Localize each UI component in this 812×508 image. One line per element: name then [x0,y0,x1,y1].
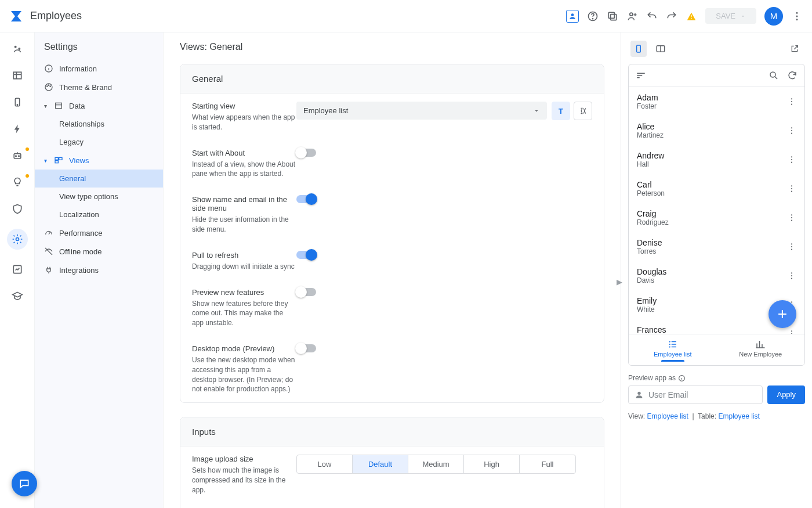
chat-fab[interactable] [12,471,37,496]
svg-point-6 [796,12,798,13]
sidebar-item-localization[interactable]: Localization [35,206,163,224]
employee-row[interactable]: AliceMartinez [629,116,804,145]
employee-row[interactable]: DeniseTorres [629,232,804,261]
employee-row[interactable]: AdamFoster [629,87,804,116]
starting-view-value: Employee list [303,106,348,115]
redo-icon[interactable] [666,10,677,22]
preview-user-email-input[interactable]: User Email [628,385,763,404]
employee-last: Foster [637,102,658,110]
start-about-label: Start with About [192,149,296,157]
help-icon[interactable] [587,10,599,22]
preview-tablet-mode[interactable] [652,41,669,57]
rail-automation-icon[interactable] [10,122,24,136]
employee-row[interactable]: DouglasDavis [629,261,804,290]
sidebar-item-theme[interactable]: Theme & Brand [35,78,163,96]
rail-learn-icon[interactable] [10,289,24,303]
info-icon[interactable] [678,374,686,382]
tab-employee-list[interactable]: Employee list [629,334,717,365]
input-placeholder: User Email [648,390,688,399]
warning-icon[interactable] [686,10,697,22]
preview-collapse-icon[interactable]: ▶ [617,271,621,294]
preview-mobile-mode[interactable] [630,41,647,57]
rail-intelligence-icon[interactable] [10,175,24,189]
sidebar-item-performance[interactable]: Performance [35,224,163,242]
share-user-icon[interactable] [626,10,638,22]
tab-new-employee[interactable]: New Employee [717,334,805,365]
portrait-mode-icon[interactable] [566,10,579,23]
sidebar-item-integrations[interactable]: Integrations [35,261,163,279]
starting-view-select[interactable]: Employee list [296,102,547,120]
preview-as-label: Preview app as [628,374,676,382]
sidebar-item-legacy[interactable]: Legacy [35,133,163,151]
gauge-icon [44,228,53,237]
palette-icon [44,82,53,92]
image-upload-segmented[interactable]: LowDefaultMediumHighFull [296,455,576,474]
row-more-icon[interactable] [787,213,796,222]
row-pull-refresh: Pull to refresh Dragging down will initi… [180,243,604,280]
text-mode-button[interactable]: T [552,102,570,120]
sidebar-item-information[interactable]: Information [35,59,163,78]
preview-phone: AdamFosterAliceMartinezAndrewHallCarlPet… [628,64,805,366]
employee-list[interactable]: AdamFosterAliceMartinezAndrewHallCarlPet… [629,87,804,334]
seg-option-medium[interactable]: Medium [408,455,464,473]
rail-bot-icon[interactable] [10,149,24,163]
save-button: SAVE [705,8,756,24]
show-name-toggle[interactable] [296,195,316,203]
employee-row[interactable]: CraigRodriguez [629,203,804,232]
sort-icon[interactable] [636,70,646,81]
svg-point-49 [791,272,792,273]
rail-settings-icon[interactable] [7,229,28,250]
table-link[interactable]: Employee list [718,412,759,420]
row-more-icon[interactable] [787,126,796,135]
pull-refresh-toggle[interactable] [296,251,316,259]
chevron-down-icon: ▾ [44,157,47,164]
rail-data-icon[interactable] [10,69,24,82]
sidebar-item-offline[interactable]: Offline mode [35,242,163,261]
seg-option-default[interactable]: Default [353,455,408,473]
desktop-mode-toggle[interactable] [296,344,316,352]
formula-mode-button[interactable] [574,102,592,120]
start-about-toggle[interactable] [296,149,316,157]
refresh-icon[interactable] [787,70,798,81]
row-more-icon[interactable] [787,184,796,193]
row-more-icon[interactable] [787,97,796,106]
svg-point-37 [791,156,792,157]
more-menu-icon[interactable] [791,10,803,22]
sidebar-item-views[interactable]: ▾Views [35,151,163,170]
copy-icon[interactable] [607,10,618,22]
rail-home-icon[interactable] [10,42,24,56]
employee-row[interactable]: CarlPeterson [629,174,804,203]
app-title: Employees [30,10,82,22]
sidebar-item-general[interactable]: General [35,170,163,188]
start-about-desc: Instead of a view, show the About pane w… [192,160,296,179]
row-more-icon[interactable] [787,242,796,251]
data-icon [54,101,63,110]
seg-option-full[interactable]: Full [520,455,575,473]
row-more-icon[interactable] [787,155,796,164]
preview-features-toggle[interactable] [296,288,316,296]
sidebar-item-view-type-options[interactable]: View type options [35,188,163,206]
employee-first: Craig [637,209,669,218]
apply-button[interactable]: Apply [767,385,805,404]
rail-mobile-icon[interactable] [10,95,24,109]
seg-option-high[interactable]: High [464,455,520,473]
svg-point-17 [16,238,19,241]
view-link[interactable]: Employee list [647,412,688,420]
undo-icon[interactable] [646,10,658,22]
rail-security-icon[interactable] [10,202,24,216]
add-fab[interactable]: + [768,300,796,328]
employee-row[interactable]: AndrewHall [629,145,804,174]
open-external-icon[interactable] [786,41,803,57]
sidebar-item-relationships[interactable]: Relationships [35,115,163,133]
user-avatar[interactable]: M [764,7,783,26]
row-more-icon[interactable] [787,329,796,334]
row-more-icon[interactable] [787,271,796,280]
show-name-label: Show name and email in the side menu [192,195,296,212]
search-icon[interactable] [768,70,779,81]
employee-first: Andrew [637,151,664,160]
svg-point-55 [791,330,792,332]
employee-last: Martinez [637,131,664,139]
sidebar-item-data[interactable]: ▾Data [35,96,163,115]
seg-option-low[interactable]: Low [297,455,353,473]
rail-manage-icon[interactable] [10,262,24,276]
